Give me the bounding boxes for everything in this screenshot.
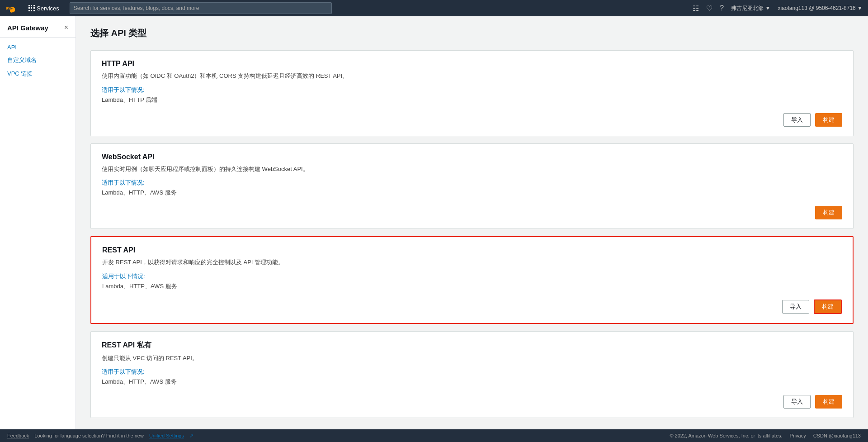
sidebar-header: API Gateway × — [0, 24, 75, 38]
footer-copyright: © 2022, Amazon Web Services, Inc. or its… — [670, 433, 782, 436]
svg-text:aws: aws — [6, 5, 14, 10]
rest-api-title: REST API — [102, 246, 842, 254]
websocket-api-build-button[interactable]: 构建 — [815, 206, 842, 219]
sidebar-link-vpc-link[interactable]: VPC 链接 — [0, 67, 75, 81]
rest-api-private-title: REST API 私有 — [102, 341, 842, 350]
sidebar-item-vpc-link[interactable]: VPC 链接 — [0, 67, 75, 81]
footer-user-info: CSDN @xiaofang113 — [813, 433, 861, 436]
rest-api-private-desc: 创建只能从 VPC 访问的 REST API。 — [102, 354, 842, 363]
external-link-icon: ↗ — [189, 433, 193, 437]
http-api-suitable-text: Lambda、HTTP 后端 — [102, 96, 842, 104]
rest-api-private-suitable-label: 适用于以下情况: — [102, 368, 842, 376]
sidebar-close-button[interactable]: × — [64, 24, 68, 32]
rest-api-actions: 导入 构建 — [102, 299, 842, 314]
feedback-link[interactable]: Feedback — [7, 433, 29, 436]
layout: API Gateway × API 自定义域名 VPC 链接 选择 API 类型… — [0, 16, 868, 436]
http-api-desc: 使用内置功能（如 OIDC 和 OAuth2）和本机 CORS 支持构建低延迟且… — [102, 71, 842, 81]
http-api-build-button[interactable]: 构建 — [815, 113, 842, 127]
search-container — [70, 2, 332, 14]
websocket-api-desc: 使用实时用例（如聊天应用程序或控制面板）的持久连接构建 WebSocket AP… — [102, 165, 842, 174]
grid-icon — [28, 5, 35, 11]
websocket-api-actions: 构建 — [102, 206, 842, 219]
bell-icon[interactable]: ♡ — [706, 4, 712, 13]
rest-api-import-button[interactable]: 导入 — [782, 300, 809, 314]
rest-api-private-card: REST API 私有 创建只能从 VPC 访问的 REST API。 适用于以… — [90, 331, 854, 418]
websocket-api-suitable-label: 适用于以下情况: — [102, 179, 842, 187]
http-api-suitable-label: 适用于以下情况: — [102, 86, 842, 94]
rest-api-build-button[interactable]: 构建 — [814, 299, 842, 314]
footer: Feedback Looking for language selection?… — [0, 429, 868, 436]
http-api-title: HTTP API — [102, 60, 842, 68]
rest-api-desc: 开发 REST API，以获得对请求和响应的完全控制以及 API 管理功能。 — [102, 258, 842, 267]
page-title: 选择 API 类型 — [90, 27, 854, 39]
rest-api-private-build-button[interactable]: 构建 — [815, 395, 842, 409]
websocket-api-suitable-text: Lambda、HTTP、AWS 服务 — [102, 189, 842, 197]
rest-api-card: REST API 开发 REST API，以获得对请求和响应的完全控制以及 AP… — [90, 236, 854, 324]
rest-api-suitable-label: 适用于以下情况: — [102, 272, 842, 280]
sidebar-item-api[interactable]: API — [0, 41, 75, 53]
footer-right: © 2022, Amazon Web Services, Inc. or its… — [670, 433, 861, 436]
sidebar-title: API Gateway — [7, 24, 48, 32]
region-selector[interactable]: 弗吉尼亚北部 ▼ — [731, 5, 770, 12]
footer-left: Feedback Looking for language selection?… — [7, 433, 193, 437]
services-button[interactable]: Services — [25, 4, 62, 13]
search-input[interactable] — [70, 2, 332, 14]
sidebar-link-api[interactable]: API — [0, 41, 75, 53]
sidebar: API Gateway × API 自定义域名 VPC 链接 — [0, 16, 76, 436]
aws-logo[interactable]: aws — [5, 4, 20, 13]
top-nav: aws Services ☷ ♡ ? 弗吉尼亚北部 ▼ xiaofang113 … — [0, 0, 868, 16]
unified-settings-link[interactable]: Unified Settings — [149, 433, 184, 436]
rest-api-private-actions: 导入 构建 — [102, 395, 842, 409]
websocket-api-title: WebSocket API — [102, 153, 842, 161]
footer-language-text: Looking for language selection? Find it … — [34, 433, 144, 436]
services-label: Services — [37, 5, 59, 12]
help-icon[interactable]: ? — [720, 4, 724, 12]
sidebar-nav: API 自定义域名 VPC 链接 — [0, 41, 75, 81]
websocket-api-card: WebSocket API 使用实时用例（如聊天应用程序或控制面板）的持久连接构… — [90, 143, 854, 229]
rest-api-private-suitable-text: Lambda、HTTP、AWS 服务 — [102, 378, 842, 386]
http-api-actions: 导入 构建 — [102, 113, 842, 127]
footer-privacy-link[interactable]: Privacy — [790, 433, 806, 436]
rest-api-suitable-text: Lambda、HTTP、AWS 服务 — [102, 282, 842, 290]
user-menu[interactable]: xiaofang113 @ 9506-4621-8716 ▼ — [778, 5, 863, 11]
http-api-card: HTTP API 使用内置功能（如 OIDC 和 OAuth2）和本机 CORS… — [90, 50, 854, 136]
rest-api-private-import-button[interactable]: 导入 — [783, 395, 811, 409]
http-api-import-button[interactable]: 导入 — [783, 113, 811, 127]
sidebar-link-custom-domain[interactable]: 自定义域名 — [0, 53, 75, 67]
main-content: 选择 API 类型 HTTP API 使用内置功能（如 OIDC 和 OAuth… — [76, 16, 868, 436]
nav-right: ☷ ♡ ? 弗吉尼亚北部 ▼ xiaofang113 @ 9506-4621-8… — [693, 4, 863, 13]
person-icon[interactable]: ☷ — [693, 4, 699, 13]
sidebar-item-custom-domain[interactable]: 自定义域名 — [0, 53, 75, 67]
